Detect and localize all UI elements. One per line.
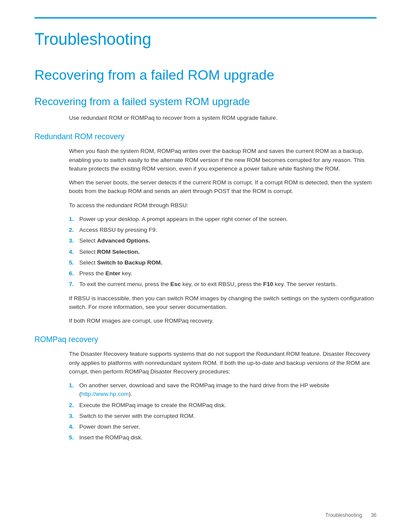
bold-text: Advanced Options. <box>97 237 150 244</box>
redundant-para1: When you flash the system ROM, ROMPaq wr… <box>69 147 377 173</box>
bold-text: Enter <box>106 270 121 277</box>
bold-text: Esc <box>171 281 181 287</box>
list-item: Power down the server. <box>69 423 377 431</box>
list-item: Execute the ROMPaq image to create the R… <box>69 401 377 410</box>
footer-label: Troubleshooting <box>325 511 362 519</box>
redundant-para4: If RBSU is inaccessible, then you can sw… <box>69 294 377 312</box>
hp-link[interactable]: http://www.hp.com <box>81 391 129 397</box>
page-title: Troubleshooting <box>34 27 377 52</box>
list-item: Insert the ROMPaq disk. <box>69 433 377 442</box>
list-item: Power up your desktop. A prompt appears … <box>69 215 377 224</box>
bold-text: Switch to Backup ROM. <box>97 259 162 266</box>
list-item: Switch to the server with the corrupted … <box>69 412 377 420</box>
list-item: On another server, download and save the… <box>69 381 377 399</box>
list-item: Press the Enter key. <box>69 269 377 278</box>
bold-text: F10 <box>263 281 273 287</box>
sub-section-title: Recovering from a failed system ROM upgr… <box>34 94 377 109</box>
list-item: Select Switch to Backup ROM. <box>69 258 377 267</box>
list-item: To exit the current menu, press the Esc … <box>69 280 377 289</box>
page-footer: Troubleshooting 36 <box>325 511 377 519</box>
intro-text: Use redundant ROM or ROMPaq to recover f… <box>69 114 377 122</box>
rompaq-para1: The Disaster Recovery feature supports s… <box>69 350 377 376</box>
redundant-rom-title: Redundant ROM recovery <box>34 131 377 143</box>
rompaq-steps-list: On another server, download and save the… <box>69 381 377 442</box>
rompaq-title: ROMPaq recovery <box>34 334 377 345</box>
list-item: Select Advanced Options. <box>69 236 377 245</box>
footer-page-number: 36 <box>371 511 377 519</box>
redundant-steps-list: Power up your desktop. A prompt appears … <box>69 215 377 289</box>
list-item: Select ROM Selection. <box>69 248 377 256</box>
redundant-para3: To access the redundant ROM through RBSU… <box>69 201 377 210</box>
list-item: Access RBSU by pressing F9. <box>69 226 377 234</box>
redundant-para2: When the server boots, the server detect… <box>69 178 377 196</box>
page: Troubleshooting Recovering from a failed… <box>0 0 411 532</box>
top-border <box>34 17 377 19</box>
bold-text: ROM Selection. <box>97 249 140 255</box>
redundant-para5: If both ROM images are corrupt, use ROMP… <box>69 317 377 325</box>
main-section-title: Recovering from a failed ROM upgrade <box>34 65 377 85</box>
